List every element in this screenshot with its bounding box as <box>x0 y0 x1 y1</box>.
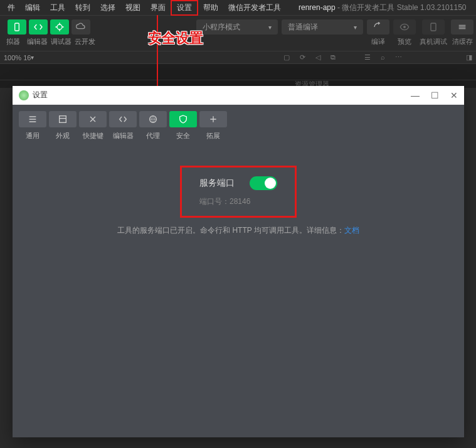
mode-dropdown[interactable]: 小程序模式▾ <box>196 19 278 35</box>
tab-extensions[interactable]: 拓展 <box>199 111 227 141</box>
chevron-down-icon: ▾ <box>31 54 34 61</box>
mute-icon[interactable]: ◁ <box>315 53 320 61</box>
clear-cache-button[interactable] <box>451 19 473 35</box>
tab-general[interactable]: 通用 <box>19 111 46 141</box>
close-button[interactable]: ✕ <box>450 90 458 100</box>
maximize-button[interactable]: ☐ <box>431 90 439 100</box>
port-number: 端口号：28146 <box>199 196 277 207</box>
menu-interface[interactable]: 界面 <box>145 1 171 14</box>
debugger-button[interactable] <box>50 19 69 35</box>
chevron-down-icon: ▾ <box>268 24 272 31</box>
panel-row <box>0 64 476 80</box>
tab-shortcuts[interactable]: 快捷键 <box>79 111 107 141</box>
menu-settings[interactable]: 设置 <box>171 0 198 16</box>
toolbar: 拟器 编辑器 调试器 云开发 小程序模式▾ 普通编译▾ 编译 预览 真机调试 清… <box>0 15 476 51</box>
svg-rect-4 <box>60 116 66 123</box>
app-icon <box>19 90 29 100</box>
cloud-dev-label: 云开发 <box>74 37 95 46</box>
menu-view[interactable]: 视图 <box>120 1 145 14</box>
general-icon <box>19 111 46 127</box>
tab-proxy[interactable]: 代理 <box>139 111 167 141</box>
preview-button[interactable] <box>393 19 416 35</box>
service-port-label: 服务端口 <box>199 178 235 189</box>
dialog-titlebar: 设置 — ☐ ✕ <box>13 86 464 105</box>
dialog-title: 设置 <box>33 90 48 100</box>
more-icon[interactable]: ⋯ <box>395 53 402 61</box>
proxy-icon <box>139 111 167 127</box>
menu-help[interactable]: 帮助 <box>198 1 223 14</box>
window-title: renren-app - 微信开发者工具 Stable 1.03.2101150 <box>299 3 466 13</box>
copy-icon[interactable]: ⧉ <box>331 53 336 61</box>
preview-label: 预览 <box>398 37 411 46</box>
port-description: 工具的服务端口已开启。命令行和 HTTP 均可调用工具。详细信息：文档 <box>117 225 359 236</box>
remote-debug-label: 真机调试 <box>420 37 447 46</box>
menu-wechat-devtools[interactable]: 微信开发者工具 <box>223 1 286 14</box>
extensions-icon <box>199 111 227 127</box>
device-icon[interactable]: ▢ <box>283 53 290 61</box>
tab-editor[interactable]: 编辑器 <box>109 111 137 141</box>
tab-security[interactable]: 安全 <box>169 111 197 141</box>
docs-link[interactable]: 文档 <box>344 226 359 235</box>
editor-button[interactable] <box>29 19 48 35</box>
menu-select[interactable]: 选择 <box>95 1 120 14</box>
statusbar: 100% 16 ▾ ▢ ⟳ ◁ ⧉ ☰ ⌕ ⋯ ◨ <box>0 51 476 64</box>
menu-tools[interactable]: 工具 <box>45 1 70 14</box>
compile-label: 编译 <box>371 37 385 46</box>
menu-file[interactable]: 件 <box>3 1 20 14</box>
search-icon[interactable]: ⌕ <box>381 53 385 61</box>
panel-toggle-icon[interactable]: ◨ <box>466 53 472 61</box>
service-port-section: 服务端口 端口号：28146 <box>180 166 297 218</box>
menubar: 件 编辑 工具 转到 选择 视图 界面 设置 帮助 微信开发者工具 renren… <box>0 0 476 15</box>
chevron-down-icon: ▾ <box>354 24 357 31</box>
editor-label: 编辑器 <box>26 37 48 46</box>
minimize-button[interactable]: — <box>411 90 420 100</box>
clear-cache-label: 清缓存 <box>452 37 473 46</box>
svg-rect-0 <box>15 23 19 31</box>
compile-dropdown[interactable]: 普通编译▾ <box>282 19 363 35</box>
debugger-label: 调试器 <box>50 37 71 46</box>
zoom-level[interactable]: 100% 16 <box>4 54 31 61</box>
simulator-label: 拟器 <box>3 37 24 46</box>
remote-debug-button[interactable] <box>422 19 445 35</box>
svg-rect-3 <box>431 23 436 31</box>
cloud-dev-button[interactable] <box>71 19 90 35</box>
compile-button[interactable] <box>367 19 389 35</box>
shortcuts-icon <box>79 111 107 127</box>
svg-point-2 <box>403 26 406 28</box>
rotate-icon[interactable]: ⟳ <box>300 53 305 61</box>
list-icon[interactable]: ☰ <box>364 53 371 61</box>
menu-goto[interactable]: 转到 <box>70 1 95 14</box>
svg-point-1 <box>57 24 62 29</box>
menu-edit[interactable]: 编辑 <box>20 1 45 14</box>
tab-appearance[interactable]: 外观 <box>49 111 77 141</box>
appearance-icon <box>49 111 77 127</box>
settings-dialog: 设置 — ☐ ✕ 通用 外观 快捷键 编辑器 <box>13 86 464 437</box>
service-port-toggle[interactable] <box>250 176 277 190</box>
simulator-button[interactable] <box>8 19 26 35</box>
shield-icon <box>169 111 197 127</box>
settings-tabs: 通用 外观 快捷键 编辑器 代理 安全 <box>13 105 464 141</box>
editor-icon <box>109 111 137 127</box>
